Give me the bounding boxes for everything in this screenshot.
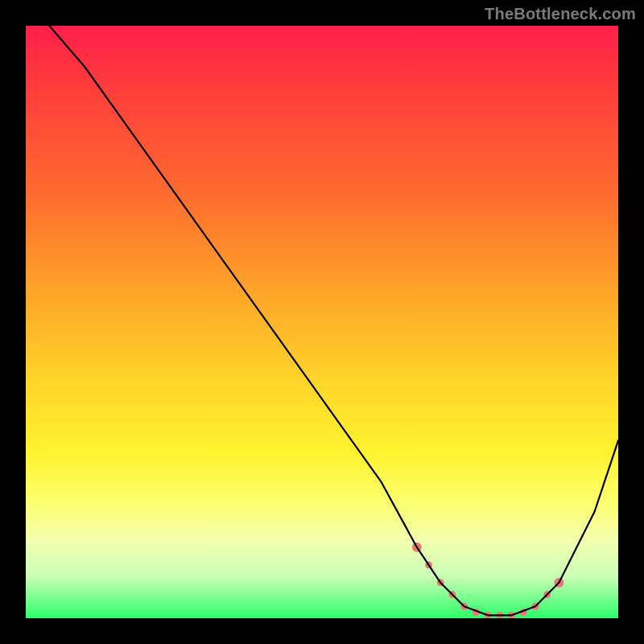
bottleneck-curve bbox=[49, 26, 618, 615]
curve-svg bbox=[26, 26, 618, 618]
plot-area bbox=[26, 26, 618, 618]
chart-frame: TheBottleneck.com bbox=[0, 0, 644, 644]
watermark-label: TheBottleneck.com bbox=[485, 5, 636, 23]
marker-dots bbox=[412, 543, 564, 618]
